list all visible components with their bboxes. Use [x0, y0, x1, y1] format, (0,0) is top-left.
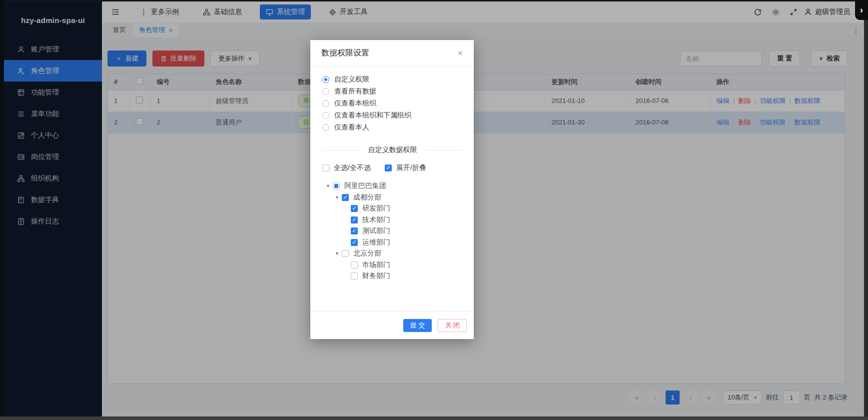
radio-icon[interactable] [322, 76, 329, 83]
tree-node-label: 测试部门 [362, 226, 390, 236]
window-edge-right [864, 0, 868, 420]
tree-node-leaf[interactable]: ▼ 测试部门 [326, 226, 463, 237]
tree-node-leaf[interactable]: ▼ 财务部门 [326, 270, 463, 282]
radio-label: 自定义权限 [334, 75, 369, 84]
radio-label: 仅查看本组织 [334, 99, 376, 108]
tree-node-label: 运维部门 [362, 238, 390, 247]
radio-icon[interactable] [322, 124, 329, 131]
dialog-body: 自定义权限 查看所有数据 仅查看本组织 仅查看本组织和下属组织 仅查看本人 自定… [310, 67, 474, 311]
radio-label: 仅查看本组织和下属组织 [334, 111, 411, 120]
tree-node-label: 技术部门 [362, 216, 390, 224]
tree-node-label: 阿里巴巴集团 [344, 182, 386, 190]
radio-option-custom[interactable]: 自定义权限 [322, 74, 463, 86]
tree-checkbox[interactable] [333, 182, 340, 190]
tree-node-leaf[interactable]: ▼ 运维部门 [326, 237, 463, 248]
radio-label: 查看所有数据 [334, 87, 376, 96]
window-edge-top [0, 0, 868, 2]
side-panel-toggle-chevron[interactable]: › [855, 0, 868, 20]
window-edge-left [0, 0, 4, 420]
close-button[interactable]: 关 闭 [438, 319, 467, 332]
radio-option-own-org[interactable]: 仅查看本组织 [322, 98, 463, 110]
expand-collapse-checkbox[interactable] [385, 164, 392, 172]
tree-node-label: 成都分部 [353, 193, 381, 202]
tree-checkbox[interactable] [342, 250, 349, 257]
tree-checkbox[interactable] [342, 194, 349, 201]
dialog-header: 数据权限设置 × [310, 40, 474, 67]
radio-icon[interactable] [322, 100, 329, 107]
radio-icon[interactable] [322, 112, 329, 119]
dialog-title: 数据权限设置 [321, 48, 369, 58]
organization-tree: ▼ 阿里巴巴集团 ▼ 成都分部 ▼ 研发部门 ▼ 技术部门 [326, 180, 463, 282]
tree-checkbox[interactable] [351, 205, 358, 212]
radio-option-org-and-sub[interactable]: 仅查看本组织和下属组织 [322, 110, 463, 122]
tree-node-label: 研发部门 [362, 204, 390, 213]
submit-button[interactable]: 提 交 [403, 319, 432, 332]
expand-collapse-label: 展开/折叠 [396, 164, 426, 172]
divider-label: 自定义数据权限 [360, 146, 425, 154]
tree-node-label: 北京分部 [353, 249, 381, 258]
radio-option-all-data[interactable]: 查看所有数据 [322, 86, 463, 98]
expand-arrow-icon[interactable]: ▼ [335, 251, 342, 256]
tree-toggle-row: 全选/全不选 展开/折叠 [322, 164, 463, 172]
tree-node-label: 市场部门 [362, 260, 390, 270]
tree-checkbox[interactable] [351, 272, 358, 280]
tree-node-branch[interactable]: ▼ 成都分部 [326, 192, 463, 204]
tree-checkbox[interactable] [351, 262, 358, 268]
expand-arrow-icon[interactable]: ▼ [335, 195, 342, 200]
window-edge-bottom [0, 416, 868, 420]
select-all-tree-label: 全选/全不选 [334, 164, 371, 172]
select-all-tree-checkbox[interactable] [322, 164, 329, 172]
expand-arrow-icon[interactable]: ▼ [326, 184, 333, 188]
dialog-close-icon[interactable]: × [458, 48, 463, 58]
radio-option-self-only[interactable]: 仅查看本人 [322, 122, 463, 134]
tree-node-leaf[interactable]: ▼ 市场部门 [326, 260, 463, 271]
tree-node-leaf[interactable]: ▼ 研发部门 [326, 203, 463, 214]
custom-permission-divider: 自定义数据权限 [322, 146, 463, 154]
tree-node-leaf[interactable]: ▼ 技术部门 [326, 214, 463, 226]
radio-icon[interactable] [322, 88, 329, 95]
tree-checkbox[interactable] [351, 216, 358, 224]
tree-checkbox[interactable] [351, 239, 358, 246]
screenshot-stage: hzy-admin-spa-ui 账户管理 角色管理 功能管理 菜单功能 个人中… [0, 0, 868, 420]
data-permission-dialog: 数据权限设置 × 自定义权限 查看所有数据 仅查看本组织 仅查看本组织和下属组织 [310, 40, 474, 339]
tree-node-label: 财务部门 [362, 272, 390, 280]
tree-checkbox[interactable] [351, 228, 358, 234]
tree-node-branch[interactable]: ▼ 北京分部 [326, 248, 463, 260]
radio-label: 仅查看本人 [334, 123, 369, 132]
dialog-footer: 提 交 关 闭 [310, 311, 474, 339]
tree-node-group[interactable]: ▼ 阿里巴巴集团 [326, 180, 463, 192]
